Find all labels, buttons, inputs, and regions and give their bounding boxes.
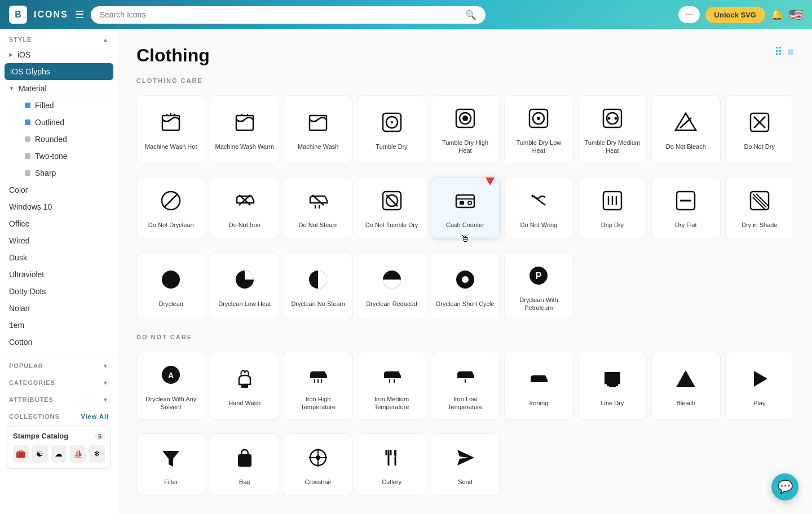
sidebar-item-outlined[interactable]: Outlined	[16, 114, 118, 131]
icon-cell-no-dryclean[interactable]: Do Not Dryclean	[136, 177, 205, 239]
attributes-section-header[interactable]: ATTRIBUTES ▼	[0, 389, 118, 406]
chat-button[interactable]: 💬	[771, 473, 798, 500]
icon-cell-play[interactable]: Play	[725, 352, 794, 420]
sidebar-item-twotone[interactable]: Two-tone	[16, 148, 118, 165]
svg-line-47	[753, 194, 766, 207]
dryclean-icon	[160, 268, 182, 294]
brand-name: ICONS	[34, 10, 68, 20]
icon-cell-no-iron[interactable]: Do Not Iron	[210, 177, 279, 239]
icon-cell-no-steam[interactable]: Do Not Steam	[284, 177, 352, 239]
icon-cell-do-not-dry[interactable]: Do Not Dry	[725, 95, 794, 163]
icon-cell-no-tumble[interactable]: Do Not Tumble Dry	[357, 177, 426, 239]
send-label: Send	[458, 478, 473, 486]
style-arrow-icon: ▲	[103, 37, 109, 43]
sidebar-item-dottydots[interactable]: Dotty Dots	[0, 283, 118, 300]
sidebar-item-1em[interactable]: 1em	[0, 317, 118, 334]
icon-cell-no-wring[interactable]: Do Not Wring	[504, 177, 573, 239]
icon-cell-bleach[interactable]: Bleach	[651, 352, 720, 420]
no-wring-label: Do Not Wring	[520, 221, 558, 229]
icon-cell-filter[interactable]: Filter	[136, 433, 205, 495]
svg-rect-68	[609, 386, 616, 387]
cutlery-icon	[381, 446, 403, 472]
solvent-label: Dryclean With Any Solvent	[142, 395, 200, 411]
stamps-card[interactable]: Stamps Catalog 5 🧰 ☯ ☁ ⛵ ❄	[7, 426, 111, 469]
hamburger-icon[interactable]: ☰	[75, 8, 84, 21]
popular-section-header[interactable]: POPULAR ▼	[0, 356, 118, 373]
header-right: ··· Unlock SVG 🔔 🇺🇸	[678, 6, 803, 23]
icon-cell-tumble-dry-low[interactable]: Tumble Dry Low Heat	[504, 95, 573, 163]
tumble-dry-medium-icon	[601, 107, 624, 133]
search-input[interactable]	[100, 10, 461, 19]
sidebar-item-office[interactable]: Office	[0, 215, 118, 232]
sidebar-item-ios[interactable]: ▶ iOS	[0, 46, 118, 63]
list-view-button[interactable]: ≡	[787, 45, 794, 59]
stamp-icon-4: ⛵	[70, 445, 86, 463]
svg-marker-82	[457, 450, 474, 466]
svg-text:A: A	[168, 371, 174, 380]
notification-icon[interactable]: 🔔	[771, 8, 783, 21]
icon-cell-drip-dry[interactable]: Drip Dry	[578, 177, 647, 239]
icon-cell-machine-wash[interactable]: Machine Wash	[284, 95, 352, 163]
icon-cell-do-not-bleach[interactable]: Do Not Bleach	[651, 95, 720, 163]
icon-cell-dryclean[interactable]: Dryclean	[136, 252, 205, 321]
iron-low-icon	[454, 364, 476, 389]
icon-cell-dryclean-short[interactable]: Dryclean Short Cycle	[431, 252, 500, 321]
sidebar-item-sharp[interactable]: Sharp	[16, 165, 118, 181]
sidebar-item-filled[interactable]: Filled	[16, 97, 118, 114]
sidebar-item-cotton[interactable]: Cotton	[0, 334, 118, 351]
view-all-link[interactable]: View All	[81, 413, 109, 420]
icon-cell-tumble-dry-medium[interactable]: Tumble Dry Medium Heat	[578, 95, 647, 163]
icon-cell-handwash[interactable]: Hand Wash	[210, 352, 279, 420]
icon-cell-dryclean-nosteam[interactable]: Dryclean No Steam	[284, 252, 352, 321]
sidebar-item-material[interactable]: ▼ Material	[0, 80, 118, 97]
dots-button[interactable]: ···	[678, 6, 699, 23]
sidebar-item-dusk[interactable]: Dusk	[0, 249, 118, 266]
stamp-icon-1: 🧰	[13, 445, 29, 463]
dryclean-petro-icon: P	[527, 264, 550, 290]
icon-cell-iron-high[interactable]: Iron High Temperature	[284, 352, 352, 420]
icon-cell-iron-low[interactable]: Iron Low Temperature	[431, 352, 500, 420]
icon-cell-cash-counter[interactable]: Cash Counter 🖱	[431, 177, 500, 239]
icon-cell-line-dry[interactable]: Line Dry	[578, 352, 647, 420]
icon-cell-send[interactable]: Send	[431, 433, 500, 495]
icon-cell-dry-flat[interactable]: Dry Flat	[651, 177, 720, 239]
icon-cell-tumble-dry-high[interactable]: Tumble Dry High Heat	[431, 95, 500, 163]
icon-cell-dry-shade[interactable]: Dry in Shade	[725, 177, 794, 239]
sidebar-item-windows10[interactable]: Windows 10	[0, 198, 118, 215]
icon-cell-cutlery[interactable]: Cutlery	[357, 433, 426, 495]
icon-cell-machine-wash-hot[interactable]: Machine Wash Hot	[136, 95, 205, 163]
bag-icon	[233, 446, 256, 472]
icon-cell-dryclean-reduced[interactable]: Dryclean Reduced	[357, 252, 426, 321]
svg-rect-67	[607, 384, 618, 386]
categories-section-header[interactable]: CATEGORIES ▼	[0, 373, 118, 389]
sidebar-item-color[interactable]: Color	[0, 181, 118, 198]
sidebar-item-nolan[interactable]: Nolan	[0, 300, 118, 317]
no-tumble-label: Do Not Tumble Dry	[365, 221, 418, 229]
style-section-header[interactable]: STYLE ▲	[0, 29, 118, 46]
icon-cell-machine-wash-warm[interactable]: Machine Wash Warm	[210, 95, 279, 163]
icon-cell-crosshair[interactable]: Crosshair	[284, 433, 352, 495]
do-not-dry-label: Do Not Dry	[744, 143, 775, 150]
sidebar-item-ultraviolet[interactable]: Ultraviolet	[0, 266, 118, 283]
dry-shade-icon	[748, 189, 771, 215]
icon-cell-dryclean-low[interactable]: Dryclean Low Heat	[210, 252, 279, 321]
icon-cell-bag[interactable]: Bag	[210, 433, 279, 495]
grid-view-button[interactable]: ⠿	[774, 45, 783, 59]
sidebar-item-wired[interactable]: Wired	[0, 232, 118, 249]
dryclean-reduced-icon	[381, 268, 403, 294]
dryclean-nosteam-label: Dryclean No Steam	[291, 300, 345, 308]
svg-rect-36	[456, 195, 474, 207]
icon-cell-dryclean-petro[interactable]: P Dryclean With Petroleum	[504, 252, 573, 321]
dry-flat-icon	[674, 189, 697, 215]
svg-marker-69	[676, 370, 695, 387]
language-flag[interactable]: 🇺🇸	[789, 8, 803, 21]
sidebar-item-ios-glyphs[interactable]: iOS Glyphs	[5, 63, 113, 80]
icon-cell-tumble-dry[interactable]: Tumble Dry	[357, 95, 426, 163]
icon-cell-solvent[interactable]: A Dryclean With Any Solvent	[136, 352, 205, 420]
icon-cell-iron-medium[interactable]: Iron Medium Temperature	[357, 352, 426, 420]
icon-cell-ironing[interactable]: Ironing	[504, 352, 573, 420]
no-dryclean-icon	[160, 189, 182, 215]
svg-rect-66	[604, 372, 620, 384]
unlock-svg-button[interactable]: Unlock SVG	[705, 7, 765, 23]
sidebar-item-rounded[interactable]: Rounded	[16, 131, 118, 148]
